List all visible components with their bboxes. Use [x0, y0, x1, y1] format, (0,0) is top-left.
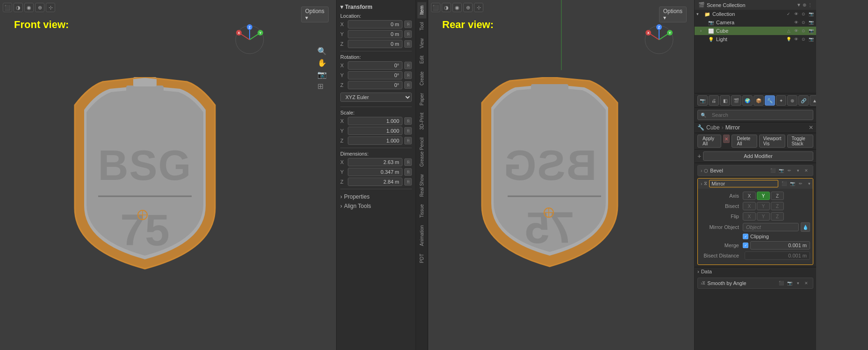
tab-create[interactable]: Create: [417, 68, 426, 89]
dim-x-value[interactable]: 2.63 m: [348, 158, 402, 166]
outliner-row-camera[interactable]: 📷 Camera 👁 ⊙ 📷: [695, 18, 816, 27]
bevel-render-icon[interactable]: 📷: [777, 167, 785, 174]
rotation-z-value[interactable]: 0°: [348, 81, 402, 89]
tab-item[interactable]: Item: [417, 2, 426, 18]
editor-type-icon[interactable]: ⬛: [3, 3, 12, 12]
cube-icon-circle[interactable]: ⊙: [800, 28, 807, 34]
cube-icon-eye[interactable]: 👁: [793, 28, 799, 34]
expand-arrow-collection[interactable]: ▾: [696, 12, 702, 16]
smooth-realtime-icon[interactable]: ⬛: [777, 279, 785, 287]
mirror-edit-icon[interactable]: ✏: [797, 180, 804, 187]
hand-icon[interactable]: ✋: [317, 58, 327, 67]
rotation-z-copy[interactable]: ⎘: [404, 81, 412, 89]
mirror-name-input[interactable]: [709, 180, 778, 187]
mirror-render-icon[interactable]: 📷: [789, 180, 796, 187]
filter-icon[interactable]: ▼: [796, 2, 801, 7]
tab-3dprint[interactable]: 3D-Print: [417, 109, 426, 134]
world-icon[interactable]: 🌍: [742, 95, 753, 106]
constraints-icon[interactable]: 🔗: [798, 95, 809, 106]
bevel-expand[interactable]: ›: [701, 168, 702, 173]
location-z-copy[interactable]: ⎘: [404, 40, 412, 48]
camera-icon-btn[interactable]: 📷: [317, 70, 327, 79]
col-restrict-icon2[interactable]: 👁: [793, 11, 799, 17]
add-modifier-button[interactable]: Add Modifier: [703, 151, 813, 161]
new-collection-icon[interactable]: ⊕: [803, 2, 806, 7]
smooth-dropdown[interactable]: ▾: [794, 279, 802, 287]
apply-all-button[interactable]: Apply All: [697, 135, 721, 148]
smooth-render-icon[interactable]: 📷: [786, 279, 793, 287]
euler-dropdown[interactable]: XYZ Euler: [340, 93, 412, 102]
viewport-gizmo-icon-right[interactable]: ⊕: [463, 3, 473, 12]
mirror-dropdown[interactable]: ▾: [805, 180, 813, 187]
flip-y-btn[interactable]: Y: [757, 212, 770, 221]
physics-icon[interactable]: ⊛: [787, 95, 797, 106]
dim-z-copy[interactable]: ⎘: [404, 178, 412, 186]
editor-type-icon-right[interactable]: ⬛: [431, 3, 440, 12]
viewport-overlay-icon[interactable]: ◉: [24, 3, 34, 12]
axis-z-btn[interactable]: Z: [771, 192, 784, 200]
modifier-icon[interactable]: 🔧: [765, 95, 775, 106]
zoom-icon[interactable]: 🔍: [317, 47, 327, 56]
flip-x-btn[interactable]: X: [743, 212, 756, 221]
cam-icon1[interactable]: 👁: [793, 19, 799, 26]
outliner-row-light[interactable]: 💡 Light 💡 👁 ⊙ 📷: [695, 35, 816, 43]
tab-view[interactable]: View: [417, 35, 426, 52]
viewport-snap-icon[interactable]: ⊹: [46, 3, 55, 12]
merge-checkbox[interactable]: ✓: [743, 243, 748, 248]
collapse-arrow[interactable]: ▾: [340, 4, 343, 10]
close-modifier-panel-icon[interactable]: ✕: [809, 124, 813, 131]
cam-icon2[interactable]: ⊙: [800, 19, 807, 26]
light-icon2[interactable]: 👁: [793, 36, 799, 43]
merge-value[interactable]: 0.001 m: [750, 241, 810, 250]
outliner-options-icon[interactable]: ⋮: [808, 2, 812, 7]
scale-x-value[interactable]: 1.000: [348, 117, 402, 125]
toggle-stack-button[interactable]: Toggle Stack: [787, 135, 813, 148]
tab-animation[interactable]: Animation: [417, 221, 426, 250]
mirror-close[interactable]: ✕: [814, 180, 816, 187]
mirror-expand[interactable]: ›: [701, 181, 702, 186]
data-collapsible[interactable]: › Data: [695, 267, 816, 276]
mirror-realtime-icon[interactable]: ⬛: [780, 180, 788, 187]
bevel-edit-icon[interactable]: ✏: [786, 167, 793, 174]
properties-collapsible[interactable]: › Properties: [340, 192, 412, 201]
bevel-dropdown[interactable]: ▾: [794, 167, 802, 174]
tab-edit[interactable]: Edit: [417, 52, 426, 67]
viewport-gizmo-icon[interactable]: ⊕: [35, 3, 44, 12]
col-restrict-icon4[interactable]: 📷: [808, 11, 814, 17]
location-z-value[interactable]: 0 m: [348, 40, 402, 48]
bisect-y-btn[interactable]: Y: [757, 202, 770, 210]
search-input[interactable]: [708, 111, 810, 119]
cube-icon-cam[interactable]: 📷: [808, 28, 814, 34]
smooth-close[interactable]: ✕: [803, 279, 810, 287]
outliner-row-collection[interactable]: ▾ 📁 Collection ✓ 👁 ⊙ 📷: [695, 10, 816, 18]
tab-grease-pencil[interactable]: Grease Pencil: [417, 134, 426, 171]
particles-icon[interactable]: ✦: [776, 95, 786, 106]
light-icon3[interactable]: ⊙: [800, 36, 807, 43]
rotation-x-copy[interactable]: ⎘: [404, 62, 412, 69]
location-y-value[interactable]: 0 m: [348, 30, 402, 38]
rotation-y-value[interactable]: 0°: [348, 71, 402, 79]
tab-tissue[interactable]: Tissue: [417, 200, 426, 221]
rotation-y-copy[interactable]: ⎘: [404, 71, 412, 79]
dim-y-copy[interactable]: ⎘: [404, 168, 412, 176]
light-icon4[interactable]: 📷: [808, 36, 814, 43]
scale-y-value[interactable]: 1.000: [348, 127, 402, 135]
axis-x-btn[interactable]: X: [743, 192, 756, 200]
tab-paper[interactable]: Paper: [417, 89, 426, 109]
tab-real-show[interactable]: Real Show: [417, 171, 426, 200]
scale-x-copy[interactable]: ⎘: [404, 117, 412, 125]
axis-y-btn[interactable]: Y: [757, 192, 770, 200]
eyedropper-icon[interactable]: 💧: [801, 222, 810, 232]
bevel-realtime-icon[interactable]: ⬛: [769, 167, 776, 174]
options-label-left[interactable]: Options ▾: [301, 7, 329, 22]
location-x-copy[interactable]: ⎘: [404, 21, 412, 28]
view-layer-icon[interactable]: ◧: [720, 95, 730, 106]
clipping-checkbox[interactable]: ✓: [743, 234, 748, 239]
scale-z-value[interactable]: 1.000: [348, 136, 402, 145]
cube-icon-tri[interactable]: △: [785, 28, 792, 34]
mirror-object-field[interactable]: Object: [743, 223, 799, 231]
grid-icon[interactable]: ⊞: [317, 82, 327, 91]
flip-z-btn[interactable]: Z: [771, 212, 784, 221]
viewport-shading-icon-right[interactable]: ◑: [442, 3, 451, 12]
scale-y-copy[interactable]: ⎘: [404, 127, 412, 135]
